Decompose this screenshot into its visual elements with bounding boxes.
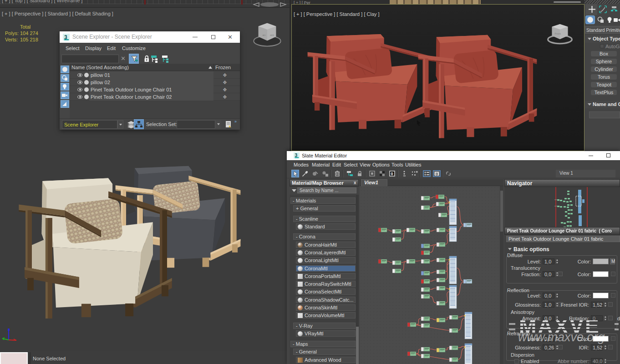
- svg-text:0: 0: [391, 172, 393, 176]
- svg-text:Front: Front: [554, 32, 561, 35]
- svg-text:an: an: [263, 33, 266, 36]
- svg-text:ont: ont: [270, 33, 274, 36]
